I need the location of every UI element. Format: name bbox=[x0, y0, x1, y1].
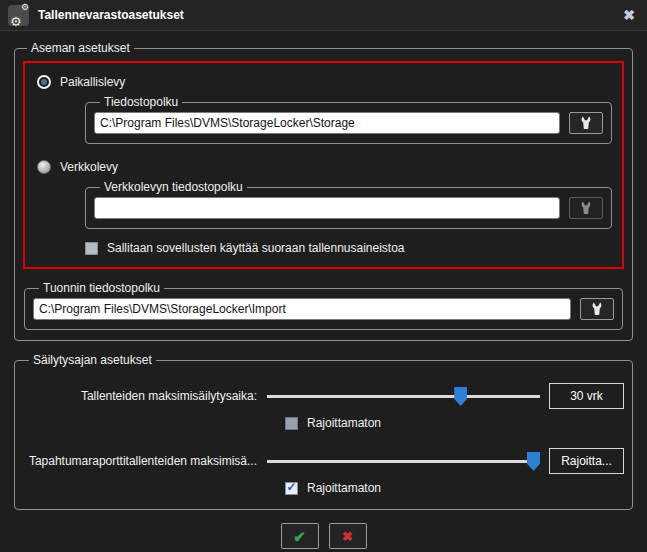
dialog-footer: ✔ ✖ bbox=[14, 523, 633, 549]
slider-thumb[interactable] bbox=[454, 387, 467, 406]
event-report-unlimited-label: Rajoittamaton bbox=[307, 481, 381, 495]
highlighted-selection-frame: Paikallislevy Tiedostopolku bbox=[23, 61, 624, 269]
max-retention-value: 30 vrk bbox=[549, 383, 624, 409]
wrench-icon bbox=[578, 115, 594, 131]
file-path-group: Tiedostopolku bbox=[85, 95, 612, 144]
max-retention-slider[interactable] bbox=[267, 385, 540, 407]
slider-track[interactable] bbox=[267, 395, 540, 398]
local-disk-label: Paikallislevy bbox=[60, 75, 125, 89]
event-report-unlimited-row[interactable]: ✓ Rajoittamaton bbox=[285, 481, 624, 495]
max-retention-unlimited-row[interactable]: Rajoittamaton bbox=[285, 416, 624, 430]
allow-direct-row[interactable]: Sallitaan sovellusten käyttää suoraan ta… bbox=[85, 241, 614, 255]
title-bar: ⚙ ⚙ Tallennevarastoasetukset ✖ bbox=[0, 0, 647, 31]
network-disk-radio-row[interactable]: Verkkolevy bbox=[37, 160, 614, 174]
gears-icon: ⚙ ⚙ bbox=[8, 5, 29, 26]
event-report-retention-value: Rajoitta... bbox=[549, 448, 624, 474]
wrench-icon bbox=[589, 301, 605, 317]
dialog-content: Aseman asetukset Paikallislevy Tiedostop… bbox=[0, 31, 647, 549]
import-path-legend: Tuonnin tiedostopolku bbox=[39, 281, 164, 295]
event-report-retention-row: Tapahtumaraporttitallenteiden maksimisä.… bbox=[23, 448, 624, 474]
allow-direct-label: Sallitaan sovellusten käyttää suoraan ta… bbox=[107, 241, 405, 255]
max-retention-unlimited-checkbox[interactable] bbox=[285, 417, 298, 430]
storage-settings-dialog: ⚙ ⚙ Tallennevarastoasetukset ✖ Aseman as… bbox=[0, 0, 647, 549]
slider-thumb[interactable] bbox=[527, 452, 540, 471]
drive-settings-group: Aseman asetukset Paikallislevy Tiedostop… bbox=[14, 41, 633, 341]
retention-settings-group: Säilytysajan asetukset Tallenteiden maks… bbox=[14, 353, 633, 510]
file-path-input[interactable] bbox=[94, 112, 560, 134]
ok-button[interactable]: ✔ bbox=[281, 523, 319, 549]
network-path-legend: Verkkolevyn tiedostopolku bbox=[100, 180, 247, 194]
file-path-legend: Tiedostopolku bbox=[100, 95, 182, 109]
max-retention-unlimited-label: Rajoittamaton bbox=[307, 416, 381, 430]
event-report-retention-slider[interactable] bbox=[267, 450, 540, 472]
event-report-unlimited-checkbox[interactable]: ✓ bbox=[285, 482, 298, 495]
import-path-group: Tuonnin tiedostopolku bbox=[24, 281, 623, 330]
allow-direct-checkbox[interactable] bbox=[85, 242, 98, 255]
cancel-button[interactable]: ✖ bbox=[329, 523, 367, 549]
max-retention-row: Tallenteiden maksimisäilytysaika: 30 vrk bbox=[23, 383, 624, 409]
local-disk-radio-row[interactable]: Paikallislevy bbox=[37, 75, 614, 89]
max-retention-label: Tallenteiden maksimisäilytysaika: bbox=[23, 389, 267, 403]
wrench-icon bbox=[578, 200, 594, 216]
window-title: Tallennevarastoasetukset bbox=[38, 8, 623, 22]
cross-icon: ✖ bbox=[342, 530, 353, 543]
check-icon: ✔ bbox=[293, 529, 306, 544]
retention-settings-legend: Säilytysajan asetukset bbox=[29, 353, 156, 367]
import-path-input[interactable] bbox=[33, 298, 571, 320]
browse-path-button[interactable] bbox=[569, 112, 603, 134]
close-icon[interactable]: ✖ bbox=[623, 8, 635, 22]
browse-import-path-button[interactable] bbox=[580, 298, 614, 320]
network-path-input[interactable] bbox=[94, 197, 560, 219]
slider-track[interactable] bbox=[267, 460, 540, 463]
drive-settings-legend: Aseman asetukset bbox=[27, 41, 134, 55]
network-path-group: Verkkolevyn tiedostopolku bbox=[85, 180, 612, 229]
event-report-retention-label: Tapahtumaraporttitallenteiden maksimisä.… bbox=[23, 454, 267, 468]
check-mark-icon: ✓ bbox=[286, 481, 296, 493]
network-disk-label: Verkkolevy bbox=[60, 160, 118, 174]
browse-network-path-button bbox=[569, 197, 603, 219]
network-disk-radio[interactable] bbox=[37, 160, 51, 174]
local-disk-radio[interactable] bbox=[37, 75, 51, 89]
